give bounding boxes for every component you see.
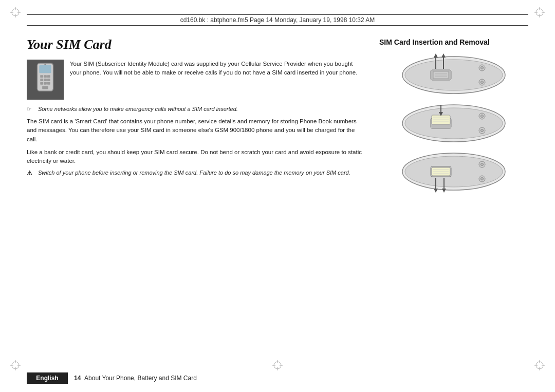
note-icon: ☞ (27, 106, 32, 113)
warning-block: ⚠ Switch of your phone before inserting … (27, 170, 364, 176)
corner-mark-tl (10, 7, 21, 17)
svg-point-46 (481, 67, 484, 69)
footer-description: About Your Phone, Battery and SIM Card (84, 375, 197, 382)
main-content: Your SIM Card (27, 37, 528, 194)
sim-diagram-3 (395, 149, 513, 194)
sim-diagrams (379, 52, 528, 194)
intro-block: Your SIM (Subscriber Identity Module) ca… (27, 60, 364, 102)
svg-point-54 (405, 108, 503, 139)
corner-mark-br (534, 360, 545, 370)
phone-image (27, 60, 64, 100)
left-column: Your SIM Card (27, 37, 364, 194)
warning-icon: ⚠ (27, 170, 32, 177)
note-text: Some networks allow you to make emergenc… (38, 106, 238, 112)
svg-marker-52 (441, 53, 446, 58)
sim-diagram-2 (395, 101, 513, 146)
svg-rect-27 (40, 75, 43, 78)
sim-diagram-1 (395, 52, 513, 98)
svg-rect-34 (44, 82, 47, 85)
svg-point-37 (45, 64, 46, 65)
svg-rect-33 (40, 82, 43, 85)
svg-marker-80 (442, 189, 446, 193)
corner-mark-mc (272, 360, 283, 370)
svg-point-61 (481, 115, 484, 118)
svg-rect-29 (47, 75, 50, 78)
page-container: cd160.bk : abtphone.fm5 Page 14 Monday, … (0, 0, 555, 392)
footer: English 14 About Your Phone, Battery and… (0, 372, 555, 384)
svg-point-48 (481, 81, 484, 84)
svg-rect-35 (47, 82, 50, 85)
svg-rect-31 (44, 79, 47, 81)
sim-section-title: SIM Card Insertion and Removal (379, 38, 528, 46)
body-para2: The SIM card is a 'Smart Card' that cont… (27, 117, 364, 144)
footer-page-number: 14 About Your Phone, Battery and SIM Car… (74, 375, 197, 382)
body-para3: Like a bank or credit card, you should k… (27, 148, 364, 166)
svg-point-74 (481, 163, 484, 166)
corner-mark-tr (534, 7, 545, 17)
svg-rect-26 (39, 65, 51, 73)
svg-marker-78 (434, 189, 438, 193)
svg-rect-36 (42, 86, 48, 89)
svg-marker-50 (434, 53, 438, 58)
right-column: SIM Card Insertion and Removal (379, 37, 528, 194)
header-text: cd160.bk : abtphone.fm5 Page 14 Monday, … (180, 16, 375, 24)
svg-rect-30 (40, 79, 43, 81)
warning-text: Switch of your phone before inserting or… (38, 170, 350, 176)
page-header: cd160.bk : abtphone.fm5 Page 14 Monday, … (27, 14, 528, 26)
svg-point-67 (405, 156, 503, 187)
svg-rect-56 (432, 115, 450, 124)
body-para1: Your SIM (Subscriber Identity Module) ca… (27, 60, 364, 78)
note-block: ☞ Some networks allow you to make emerge… (27, 106, 364, 112)
svg-point-39 (405, 60, 503, 90)
language-badge: English (27, 372, 68, 384)
corner-mark-bl (10, 360, 21, 370)
svg-point-63 (481, 129, 484, 132)
page-title: Your SIM Card (27, 37, 364, 52)
svg-rect-32 (47, 79, 50, 81)
svg-point-76 (481, 178, 484, 180)
svg-rect-28 (44, 75, 47, 78)
